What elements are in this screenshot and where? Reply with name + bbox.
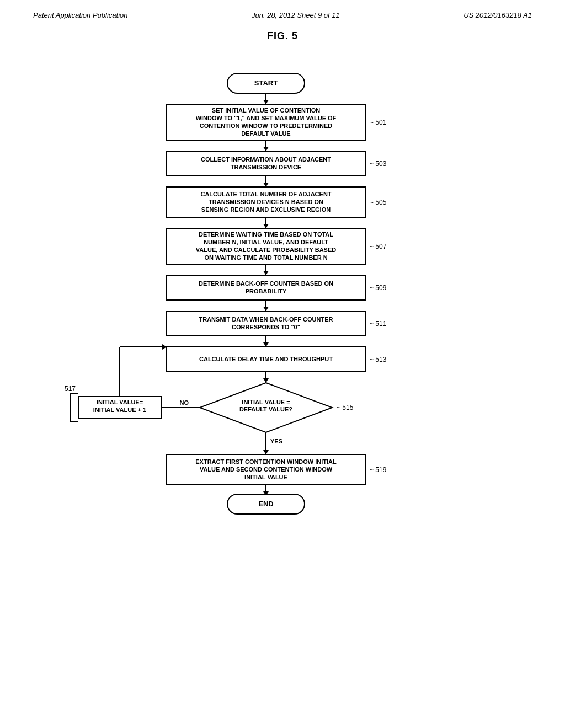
svg-text:~ 501: ~ 501 xyxy=(370,119,387,126)
svg-text:~ 519: ~ 519 xyxy=(370,466,387,474)
svg-text:517: 517 xyxy=(65,385,76,393)
svg-marker-33 xyxy=(263,342,269,347)
svg-marker-43 xyxy=(263,450,269,454)
svg-text:~ 503: ~ 503 xyxy=(370,160,387,168)
svg-text:CALCULATE TOTAL NUMBER OF ADJA: CALCULATE TOTAL NUMBER OF ADJACENTTRANSM… xyxy=(200,190,331,212)
svg-marker-38 xyxy=(263,378,269,383)
svg-marker-18 xyxy=(263,224,269,228)
svg-text:~ 505: ~ 505 xyxy=(370,199,387,206)
svg-text:~ 515: ~ 515 xyxy=(337,404,354,411)
svg-text:~ 509: ~ 509 xyxy=(370,284,387,292)
svg-text:~ 511: ~ 511 xyxy=(370,320,387,328)
svg-marker-13 xyxy=(263,183,269,187)
svg-marker-3 xyxy=(263,100,269,104)
svg-marker-55 xyxy=(162,344,167,350)
svg-text:CALCULATE DELAY TIME AND THROU: CALCULATE DELAY TIME AND THROUGHPUT xyxy=(199,355,333,362)
header-right: US 2012/0163218 A1 xyxy=(463,11,532,19)
header-middle: Jun. 28, 2012 Sheet 9 of 11 xyxy=(252,11,340,19)
page: Patent Application Publication Jun. 28, … xyxy=(0,0,565,728)
svg-text:START: START xyxy=(254,79,278,87)
svg-marker-23 xyxy=(263,271,269,275)
svg-text:~ 513: ~ 513 xyxy=(370,356,387,363)
svg-text:~ 507: ~ 507 xyxy=(370,243,387,250)
header-left: Patent Application Publication xyxy=(33,11,128,19)
svg-text:NO: NO xyxy=(180,399,189,406)
flowchart-svg: STARTSET INITIAL VALUE OF CONTENTIONWIND… xyxy=(34,53,531,660)
svg-marker-8 xyxy=(263,147,269,151)
svg-text:INITIAL VALUE =DEFAULT VALUE?: INITIAL VALUE =DEFAULT VALUE? xyxy=(239,399,292,413)
svg-text:YES: YES xyxy=(270,438,282,445)
page-header: Patent Application Publication Jun. 28, … xyxy=(33,11,532,19)
figure-title: FIG. 5 xyxy=(33,30,532,42)
svg-marker-28 xyxy=(263,307,269,311)
svg-text:END: END xyxy=(258,500,273,508)
